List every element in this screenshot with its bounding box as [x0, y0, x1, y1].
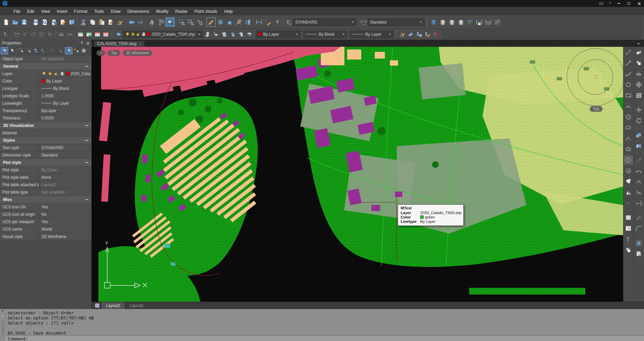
copy-entity-icon[interactable]: [635, 59, 643, 67]
ray-icon[interactable]: [624, 59, 633, 67]
layer-match-icon[interactable]: [447, 18, 456, 27]
menu-format[interactable]: Format: [71, 8, 91, 15]
copy-entities-icon[interactable]: [624, 246, 633, 254]
break-icon[interactable]: [635, 167, 643, 175]
point-icon[interactable]: [624, 199, 633, 207]
menu-point-clouds[interactable]: Point clouds: [191, 8, 221, 15]
close-button[interactable]: [634, 0, 644, 7]
property-value[interactable]: Standard: [39, 151, 91, 159]
dim-linear-icon[interactable]: [12, 30, 21, 38]
layer-plottable-icon[interactable]: [60, 71, 65, 76]
selection-swap-icon[interactable]: [32, 47, 39, 55]
zoom-previous-icon[interactable]: [195, 18, 204, 27]
property-value[interactable]: Not available: [39, 189, 91, 196]
select-move-icon[interactable]: [49, 47, 56, 55]
print-preview-icon[interactable]: [49, 18, 58, 27]
select-crossing-icon[interactable]: [25, 47, 32, 55]
layers-manager-icon[interactable]: [429, 18, 438, 27]
command-history[interactable]: objectorder - Object OrderSelect an opti…: [5, 309, 644, 336]
customize-icon[interactable]: [234, 18, 243, 27]
layer-undo-icon[interactable]: [211, 30, 220, 38]
property-value[interactable]: No selection: [39, 55, 91, 62]
property-value[interactable]: By Block: [39, 85, 91, 92]
match-properties-icon[interactable]: [398, 30, 406, 38]
property-value[interactable]: Yes: [39, 203, 91, 210]
dim-aligned-icon[interactable]: [21, 30, 29, 38]
select-cursor-icon[interactable]: [8, 47, 16, 55]
tab-layout2[interactable]: Layout2: [102, 302, 124, 309]
revcloud-icon[interactable]: [624, 124, 633, 132]
mtext-icon[interactable]: [635, 250, 643, 258]
open-document-icon[interactable]: [10, 18, 20, 27]
new-document-icon[interactable]: [1, 18, 10, 27]
drawing-explorer-icon[interactable]: [243, 18, 252, 27]
property-value[interactable]: Yes: [39, 218, 91, 225]
dim-associate-icon[interactable]: [474, 18, 484, 27]
menu-insert[interactable]: Insert: [54, 8, 71, 15]
close-panel-icon[interactable]: [87, 42, 89, 44]
fillet-icon[interactable]: [635, 225, 643, 233]
layer-list-icon[interactable]: [114, 30, 123, 38]
menu-draw[interactable]: Draw: [108, 8, 124, 15]
zoom-realtime-icon[interactable]: [165, 18, 175, 27]
spell-check-icon[interactable]: [465, 18, 474, 27]
layer-on-icon[interactable]: [237, 30, 245, 38]
tab-list-dropdown-icon[interactable]: [637, 43, 640, 45]
property-value[interactable]: ByLayer: [39, 107, 91, 114]
menu-edit[interactable]: Edit: [24, 8, 38, 15]
drawing-canvas[interactable]: Y + Top 2D Wireframe Top MText Layer2020…: [92, 47, 623, 302]
rectangle-icon[interactable]: [624, 91, 633, 100]
virtual-keyboard-icon[interactable]: [596, 0, 606, 7]
layer-unlocked-icon[interactable]: [54, 71, 59, 76]
color-combo[interactable]: By Layer: [256, 31, 301, 38]
command-input-line[interactable]: Command:: [5, 336, 644, 341]
table-edit-icon[interactable]: [93, 30, 101, 38]
section-misc[interactable]: Misc: [0, 196, 91, 203]
layer-isolate-icon[interactable]: [456, 18, 465, 27]
menu-modify[interactable]: Modify: [153, 8, 172, 15]
stretch-icon[interactable]: [635, 142, 643, 150]
property-value[interactable]: World: [39, 226, 91, 233]
minimize-button[interactable]: [614, 0, 624, 7]
property-value[interactable]: 2D Wireframe: [39, 233, 91, 240]
property-value[interactable]: None: [39, 174, 91, 181]
viewport-icon[interactable]: [635, 239, 643, 247]
zoom-scale-icon[interactable]: [186, 18, 195, 27]
layer-freeze-icon[interactable]: [245, 30, 253, 38]
tag-icon[interactable]: [406, 30, 415, 38]
polyline-width-icon[interactable]: [65, 30, 74, 38]
dim-reassociate-icon[interactable]: [484, 18, 493, 27]
layer-unlocked-icon[interactable]: [135, 32, 141, 37]
property-value[interactable]: 0.0000: [39, 114, 91, 122]
document-tab[interactable]: CALADOS_T500.dwg ×: [94, 40, 145, 47]
dim-baseline-icon[interactable]: [38, 30, 46, 38]
draw-sketch-icon[interactable]: [207, 18, 216, 27]
save-document-icon[interactable]: [20, 18, 29, 27]
paste-icon[interactable]: [97, 18, 106, 27]
solid-icon[interactable]: [624, 188, 633, 197]
property-value[interactable]: No: [39, 211, 91, 218]
offset-icon[interactable]: [635, 80, 643, 89]
layer-previous-icon[interactable]: [438, 18, 447, 27]
selection-filter-icon[interactable]: [39, 47, 47, 55]
layer-visible-icon[interactable]: [125, 32, 130, 37]
layer-walk-icon[interactable]: [220, 30, 228, 38]
text-style-dialog-icon[interactable]: [624, 224, 633, 233]
ellipse-icon[interactable]: [624, 145, 633, 154]
layer-thawed-icon[interactable]: [48, 71, 53, 76]
property-value[interactable]: Layout2: [39, 181, 91, 188]
settings-icon[interactable]: [216, 18, 225, 27]
match-properties-icon[interactable]: [115, 18, 124, 27]
menu-view[interactable]: View: [38, 8, 54, 15]
table-export-icon[interactable]: [85, 30, 93, 38]
layer-plottable-icon[interactable]: [141, 32, 146, 37]
join-icon[interactable]: [635, 189, 643, 197]
close-tab-icon[interactable]: ×: [140, 42, 142, 46]
pin-panel-icon[interactable]: [80, 41, 84, 45]
select-window-icon[interactable]: [17, 47, 25, 55]
circle-radius-icon[interactable]: [624, 156, 633, 164]
circle-icon[interactable]: [624, 113, 633, 121]
dim-ordinate-icon[interactable]: [46, 30, 55, 38]
property-value[interactable]: By Layer: [39, 100, 91, 107]
section-general[interactable]: General: [0, 63, 91, 70]
